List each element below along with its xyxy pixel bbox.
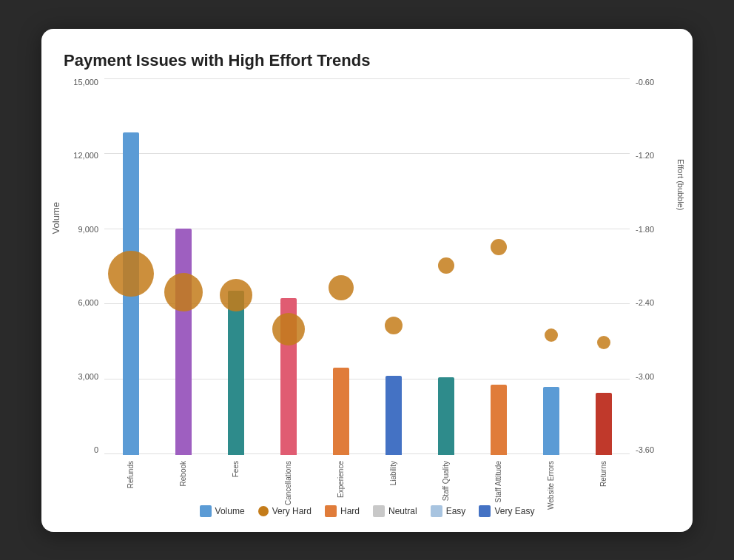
x-label-text: Staff Attitude (494, 461, 502, 503)
legend-label: Volume (215, 506, 245, 516)
bubble (491, 239, 507, 255)
y-axis-right: -0.60-1.20-1.80-2.40-3.00-3.60 Effort (b… (630, 75, 670, 499)
legend-icon (200, 505, 212, 517)
bubble (597, 336, 610, 349)
category-group (314, 78, 367, 455)
x-label-text: Website Errors (547, 461, 555, 510)
bubble (108, 251, 154, 297)
x-label-item: Staff Attitude (472, 456, 525, 499)
x-label-item: Staff Quality (420, 456, 472, 499)
category-group (157, 78, 209, 455)
legend-item: Very Easy (479, 505, 534, 517)
chart-area: 15,00012,0009,0006,0003,0000 Volume Refu… (64, 75, 670, 499)
y-tick-left: 9,000 (64, 226, 98, 234)
bubble (438, 257, 454, 274)
legend: VolumeVery HardHardNeutralEasyVery Easy (64, 505, 670, 517)
chart-title: Payment Issues with High Effort Trends (64, 51, 670, 70)
legend-item: Easy (431, 505, 466, 517)
x-label-text: Cancellations (284, 461, 292, 505)
y-ticks-right: -0.60-1.20-1.80-2.40-3.00-3.60 (636, 78, 670, 455)
y-tick-right: -3.00 (636, 373, 670, 381)
bar (228, 291, 244, 454)
category-group (262, 78, 314, 455)
legend-item: Hard (325, 505, 360, 517)
bar (333, 368, 349, 454)
x-label-text: Fees (232, 461, 240, 477)
bubble (164, 273, 203, 311)
x-label-text: Rebook (179, 461, 187, 486)
y-axis-left: 15,00012,0009,0006,0003,0000 Volume (64, 75, 104, 499)
x-label-item: Returns (577, 456, 630, 499)
y-tick-left: 6,000 (64, 299, 98, 307)
y-ticks-left: 15,00012,0009,0006,0003,0000 (64, 78, 98, 455)
legend-icon (431, 505, 442, 517)
legend-label: Very Easy (494, 506, 534, 516)
y-label-left: Volume (50, 202, 61, 234)
x-label-text: Experience (337, 461, 345, 498)
category-group (420, 78, 472, 455)
y-tick-right: -1.80 (636, 226, 670, 234)
legend-icon (373, 505, 385, 517)
legend-label: Easy (446, 506, 466, 516)
y-tick-left: 12,000 (64, 152, 98, 160)
y-tick-right: -1.20 (636, 152, 670, 160)
y-tick-left: 0 (64, 446, 98, 454)
x-label-item: Experience (314, 456, 367, 499)
legend-icon (479, 505, 491, 517)
y-tick-right: -3.60 (636, 446, 670, 454)
bubble (220, 279, 252, 311)
legend-icon (258, 506, 269, 516)
bar (438, 377, 454, 454)
bar (175, 229, 192, 454)
chart-card: Payment Issues with High Effort Trends 1… (41, 29, 693, 532)
y-tick-left: 15,000 (64, 78, 98, 87)
bar (491, 385, 507, 454)
x-label-item: Liability (367, 456, 420, 499)
y-tick-right: -0.60 (636, 78, 670, 87)
bar (596, 393, 612, 455)
legend-icon (325, 505, 337, 517)
y-label-right: Effort (bubble) (676, 159, 685, 211)
chart-inner: RefundsRebookFeesCancellationsExperience… (104, 75, 630, 499)
category-group (577, 78, 630, 455)
legend-item: Neutral (373, 505, 417, 517)
x-label-item: Fees (209, 456, 262, 499)
legend-label: Neutral (388, 506, 417, 516)
x-label-item: Website Errors (525, 456, 577, 499)
x-label-text: Refunds (127, 461, 135, 488)
legend-label: Hard (340, 506, 360, 516)
bubble (385, 317, 403, 334)
bubble (272, 313, 305, 345)
x-label-item: Cancellations (262, 456, 314, 499)
y-tick-left: 3,000 (64, 373, 98, 381)
bubble (329, 275, 354, 300)
legend-item: Very Hard (258, 506, 312, 516)
legend-item: Volume (200, 505, 245, 517)
legend-label: Very Hard (272, 506, 312, 516)
y-tick-right: -2.40 (636, 299, 670, 307)
category-group (104, 78, 157, 455)
category-group (367, 78, 420, 455)
x-label-item: Rebook (157, 456, 209, 499)
x-label-item: Refunds (104, 456, 157, 499)
x-label-text: Staff Quality (442, 461, 450, 501)
x-labels: RefundsRebookFeesCancellationsExperience… (104, 456, 630, 499)
x-label-text: Liability (389, 461, 397, 485)
bubble (545, 328, 558, 342)
category-group (209, 78, 262, 455)
x-label-text: Returns (599, 461, 607, 487)
bars-and-bubbles (104, 78, 630, 455)
category-group (525, 78, 577, 455)
bar (543, 387, 559, 455)
bar (385, 376, 402, 455)
category-group (472, 78, 525, 455)
